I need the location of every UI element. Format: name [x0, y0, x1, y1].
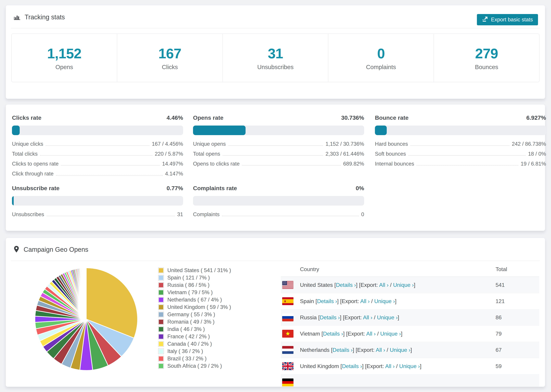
geo-opens-table: Country Total United States [Details ›] …: [281, 262, 539, 387]
progress-bar-track: [12, 196, 183, 206]
details-link[interactable]: Details ›: [336, 282, 356, 288]
country-cell: Spain [Details ›] [Export: All › / Uniqu…: [300, 298, 495, 304]
export-all-link[interactable]: All ›: [366, 331, 376, 337]
legend-swatch: [158, 282, 164, 288]
stat-label: Complaints: [366, 64, 396, 70]
tracking-stats-panel: Tracking stats Export basic stats 1,152 …: [6, 5, 545, 99]
export-all-link[interactable]: All ›: [360, 298, 370, 304]
export-all-link[interactable]: All ›: [363, 314, 372, 321]
gb-flag-icon: [282, 362, 293, 370]
legend-label: Italy ( 36 / 2% ): [167, 348, 203, 354]
dotted-leader: [46, 145, 149, 146]
export-all-link[interactable]: All ›: [376, 347, 385, 353]
details-link[interactable]: Details ›: [342, 363, 362, 369]
column-header-country: Country: [281, 266, 495, 273]
legend-swatch: [158, 319, 164, 325]
rate-title: Unsubscribe rate: [12, 185, 60, 192]
detail-row: Unique clicks 167 / 4.456%: [12, 141, 183, 151]
table-header-row: Country Total: [281, 262, 539, 277]
country-total: 59: [495, 363, 539, 369]
detail-value: 1,152 / 30.736%: [325, 141, 364, 147]
rate-value: 0%: [356, 185, 364, 192]
export-unique-link[interactable]: Unique ›: [374, 298, 395, 304]
rate-value: 4.46%: [167, 114, 183, 121]
rate-value: 30.736%: [341, 114, 364, 121]
export-unique-link[interactable]: Unique ›: [399, 363, 420, 369]
details-link[interactable]: Details ›: [332, 347, 353, 353]
dotted-leader: [47, 216, 175, 216]
dotted-leader: [56, 175, 163, 175]
detail-row: Hard bounces 242 / 86.738%: [375, 141, 546, 151]
table-row-partial: [281, 374, 539, 387]
detail-row: Clicks to opens rate 14.497%: [12, 161, 183, 171]
country-cell: Netherlands [Details ›] [Export: All › /…: [300, 347, 495, 353]
details-link[interactable]: Details ›: [320, 314, 340, 321]
export-unique-link[interactable]: Unique ›: [393, 282, 414, 288]
legend-item: Vietnam ( 79 / 5% ): [158, 289, 231, 296]
export-unique-link[interactable]: Unique ›: [377, 314, 398, 321]
legend-label: United Kingdom ( 59 / 3% ): [167, 304, 231, 310]
detail-row: Opens to clicks rate 689.82%: [193, 161, 364, 171]
legend-swatch: [158, 363, 164, 369]
export-unique-link[interactable]: Unique ›: [380, 331, 401, 337]
export-unique-link[interactable]: Unique ›: [390, 347, 410, 353]
geo-header-divider: [11, 261, 540, 261]
legend-swatch: [158, 334, 164, 339]
pie-legend: United States ( 541 / 31% ) Spain ( 121 …: [158, 267, 231, 370]
tracking-stats-page: Tracking stats Export basic stats 1,152 …: [0, 0, 551, 392]
tracking-stats-header: Tracking stats: [13, 13, 65, 21]
rate-title: Clicks rate: [12, 114, 42, 121]
legend-label: Spain ( 121 / 7% ): [167, 275, 210, 281]
detail-row: Soft bounces 18 / 0%: [375, 151, 546, 161]
table-row: Spain [Details ›] [Export: All › / Uniqu…: [281, 293, 539, 309]
legend-label: Russia ( 86 / 5% ): [167, 282, 209, 288]
vn-flag-icon: [282, 330, 293, 338]
rate-block: Opens rate 30.736% Unique opens 1,152 / …: [193, 114, 364, 171]
progress-bar-track: [193, 126, 364, 135]
export-basic-stats-button[interactable]: Export basic stats: [477, 14, 538, 25]
rates-panel: Clicks rate 4.46% Unique clicks 167 / 4.…: [6, 104, 545, 231]
table-row: Russia [Details ›] [Export: All › / Uniq…: [281, 309, 539, 326]
progress-bar-fill: [193, 126, 246, 135]
legend-swatch: [158, 297, 164, 303]
pie-slice: [86, 268, 86, 319]
detail-label: Click through rate: [12, 171, 54, 177]
detail-value: 0: [361, 211, 364, 217]
detail-label: Total clicks: [12, 151, 38, 157]
legend-label: Canada ( 40 / 2% ): [167, 341, 212, 347]
map-pin-icon: [13, 245, 20, 254]
summary-stat: 0 Complaints: [328, 34, 434, 82]
legend-swatch: [158, 348, 164, 354]
stat-label: Unsubscribes: [257, 64, 293, 70]
progress-bar-track: [12, 126, 183, 135]
dotted-leader: [410, 145, 509, 146]
detail-label: Clicks to opens rate: [12, 161, 58, 167]
stat-value: 31: [268, 45, 283, 62]
details-link[interactable]: Details ›: [323, 331, 343, 337]
legend-item: Spain ( 121 / 7% ): [158, 274, 231, 281]
details-link[interactable]: Details ›: [317, 298, 337, 304]
legend-item: Canada ( 40 / 2% ): [158, 340, 231, 348]
detail-value: 19 / 6.81%: [521, 161, 546, 167]
legend-label: Vietnam ( 79 / 5% ): [167, 289, 213, 295]
export-all-link[interactable]: All ›: [385, 363, 395, 369]
detail-label: Internal bounces: [375, 161, 414, 167]
dotted-leader: [40, 155, 152, 156]
dotted-leader: [242, 165, 341, 166]
legend-item: United Kingdom ( 59 / 3% ): [158, 303, 231, 311]
legend-swatch: [158, 304, 164, 310]
detail-row: Click through rate 4.147%: [12, 171, 183, 181]
legend-swatch: [158, 356, 164, 362]
export-all-link[interactable]: All ›: [379, 282, 389, 288]
legend-label: Brazil ( 33 / 2% ): [167, 356, 206, 362]
dotted-leader: [228, 145, 323, 146]
detail-label: Unique clicks: [12, 141, 43, 147]
legend-item: Italy ( 36 / 2% ): [158, 348, 231, 355]
progress-bar-fill: [12, 126, 20, 135]
summary-stats-row: 1,152 Opens 167 Clicks 31 Unsubscribes 0…: [11, 34, 540, 82]
detail-value: 167 / 4.456%: [152, 141, 183, 147]
country-total: 541: [495, 282, 539, 288]
detail-value: 2,303 / 61.446%: [325, 151, 364, 157]
stat-value: 1,152: [47, 45, 81, 62]
ru-flag-icon: [282, 314, 293, 321]
